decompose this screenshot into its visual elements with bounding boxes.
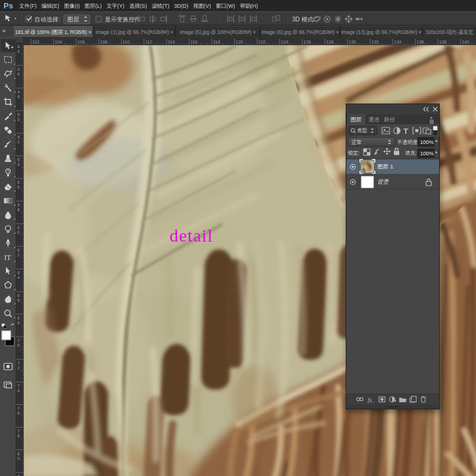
svg-text:路径: 路径 bbox=[384, 116, 396, 123]
svg-text:图层: 图层 bbox=[67, 16, 79, 23]
svg-text:锁定:: 锁定: bbox=[347, 150, 359, 156]
svg-text:0: 0 bbox=[17, 343, 20, 348]
svg-text:108: 108 bbox=[100, 39, 108, 45]
svg-text:114: 114 bbox=[168, 39, 175, 45]
svg-text:显示变换控件: 显示变换控件 bbox=[105, 16, 140, 23]
svg-text:102: 102 bbox=[32, 39, 40, 45]
svg-text:通道: 通道 bbox=[368, 116, 380, 123]
svg-text:0: 0 bbox=[17, 117, 20, 122]
svg-text:132: 132 bbox=[371, 39, 379, 45]
svg-text:118: 118 bbox=[213, 39, 220, 45]
svg-text:2: 2 bbox=[17, 252, 20, 258]
svg-text:6: 6 bbox=[17, 411, 20, 416]
svg-text:IT: IT bbox=[4, 253, 11, 262]
svg-text:140: 140 bbox=[462, 39, 469, 45]
svg-text:8: 8 bbox=[17, 207, 20, 212]
svg-text:4: 4 bbox=[17, 49, 20, 54]
svg-text:自动选择:: 自动选择: bbox=[35, 16, 60, 23]
svg-text:104: 104 bbox=[55, 39, 62, 45]
svg-text:0: 0 bbox=[17, 230, 20, 235]
svg-text:类型: 类型 bbox=[357, 127, 368, 133]
svg-text:8: 8 bbox=[17, 433, 20, 439]
svg-text:126: 126 bbox=[303, 39, 311, 45]
svg-text:8: 8 bbox=[17, 94, 20, 99]
svg-text:0: 0 bbox=[17, 456, 20, 461]
svg-text:不透明度:: 不透明度: bbox=[397, 139, 419, 145]
svg-text:2: 2 bbox=[17, 365, 20, 371]
svg-text:100%: 100% bbox=[420, 139, 434, 145]
svg-text:背景: 背景 bbox=[377, 178, 390, 185]
svg-text:6: 6 bbox=[17, 298, 20, 303]
svg-text:3D 模式:: 3D 模式: bbox=[292, 16, 315, 23]
svg-text:100%: 100% bbox=[420, 151, 434, 156]
svg-text:112: 112 bbox=[145, 39, 152, 45]
svg-text:124: 124 bbox=[281, 39, 289, 45]
svg-text:134: 134 bbox=[394, 39, 402, 45]
svg-text:6: 6 bbox=[17, 71, 20, 77]
svg-text:106: 106 bbox=[77, 39, 85, 45]
svg-text:116: 116 bbox=[190, 39, 198, 45]
svg-text:138: 138 bbox=[439, 39, 447, 45]
svg-text:图层: 图层 bbox=[350, 116, 362, 123]
svg-text:128: 128 bbox=[326, 39, 334, 45]
svg-text:4: 4 bbox=[17, 162, 20, 167]
svg-text:2: 2 bbox=[17, 139, 20, 145]
svg-text:fx.: fx. bbox=[368, 397, 374, 403]
svg-text:T: T bbox=[403, 127, 408, 136]
svg-text:正常: 正常 bbox=[352, 139, 362, 145]
svg-text:4: 4 bbox=[17, 275, 20, 280]
svg-text:▾: ▾ bbox=[394, 399, 396, 403]
svg-text:4: 4 bbox=[17, 388, 20, 393]
svg-text:填充:: 填充: bbox=[405, 150, 416, 156]
svg-text:122: 122 bbox=[258, 39, 266, 45]
svg-text:136: 136 bbox=[416, 39, 424, 45]
svg-text:120: 120 bbox=[236, 39, 243, 45]
svg-text:图层 1: 图层 1 bbox=[377, 163, 393, 170]
svg-text:130: 130 bbox=[349, 39, 356, 45]
svg-text:6: 6 bbox=[17, 184, 20, 190]
svg-text:8: 8 bbox=[17, 474, 20, 476]
svg-text:110: 110 bbox=[123, 39, 130, 45]
svg-text:8: 8 bbox=[17, 320, 20, 325]
